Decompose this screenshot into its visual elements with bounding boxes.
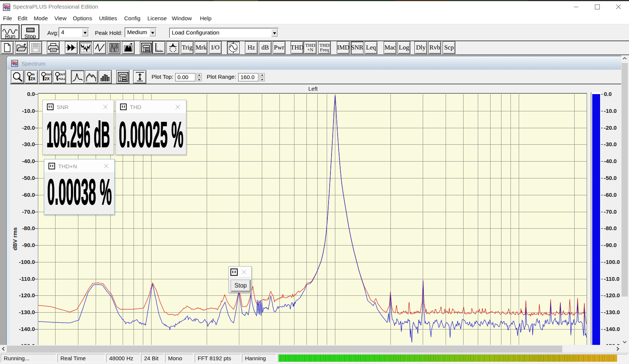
- svg-text:2X: 2X: [30, 76, 36, 81]
- svg-text:FULL: FULL: [59, 77, 65, 81]
- svg-text:OUT: OUT: [46, 73, 51, 76]
- svg-text:IN: IN: [32, 73, 35, 76]
- svg-text:A▮: A▮: [119, 79, 121, 81]
- svg-text:OUT: OUT: [59, 73, 65, 76]
- svg-text:2X: 2X: [45, 76, 50, 81]
- svg-text:A▮: A▮: [143, 50, 145, 52]
